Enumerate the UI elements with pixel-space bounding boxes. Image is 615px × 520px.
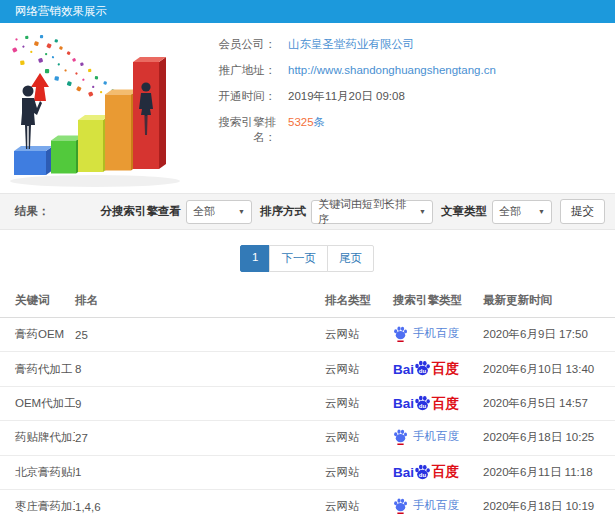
engine-type-cell: Baidu百度	[393, 386, 483, 421]
rank-count-label: 搜索引擎排名：	[196, 115, 276, 145]
rank-cell[interactable]: 27	[75, 421, 325, 455]
engine-type-cell: 手机百度	[393, 421, 483, 455]
rank-type-cell: 云网站	[325, 386, 393, 421]
bar-chart-illustration	[0, 31, 196, 189]
keyword-cell: 膏药OEM	[0, 318, 75, 352]
info-section: 会员公司： 山东皇圣堂药业有限公司 推广地址： http://www.shand…	[0, 23, 615, 193]
engine-label: 手机百度	[413, 498, 459, 513]
page-button-current[interactable]: 1	[240, 245, 270, 272]
mobile-baidu-badge[interactable]: 手机百度	[393, 325, 459, 342]
article-type-select[interactable]: 全部 ▼	[492, 200, 552, 224]
engine-type-cell: Baidu百度	[393, 352, 483, 387]
rank-type-cell: 云网站	[325, 490, 393, 520]
rank-count-number: 5325	[288, 116, 314, 128]
mobile-baidu-badge[interactable]: 手机百度	[393, 497, 459, 514]
updated-cell: 2020年6月11日 11:18	[483, 455, 615, 490]
info-row-rank-count: 搜索引擎排名： 5325条	[196, 115, 615, 141]
table-row: 药贴牌代加工27云网站手机百度2020年6月18日 10:25	[0, 421, 615, 455]
baidu-paw-icon: du	[414, 463, 431, 483]
table-row: 枣庄膏药加工1,4,6云网站手机百度2020年6月18日 10:19	[0, 490, 615, 520]
submit-button[interactable]: 提交	[560, 199, 605, 224]
baidu-paw-icon	[393, 325, 408, 342]
up-arrow-icon	[31, 73, 49, 101]
table-header-row: 关键词 排名 排名类型 搜索引擎类型 最新更新时间	[0, 285, 615, 318]
keyword-cell: OEM代加工	[0, 386, 75, 421]
sort-filter-label: 排序方式	[260, 204, 306, 219]
results-table-body: 膏药OEM25云网站手机百度2020年6月9日 17:50膏药代加工8云网站Ba…	[0, 318, 615, 520]
baidu-logo[interactable]: Baidu百度	[393, 394, 459, 414]
company-label: 会员公司：	[196, 37, 276, 52]
next-page-button[interactable]: 下一页	[269, 245, 328, 272]
baidu-logo[interactable]: Baidu百度	[393, 463, 459, 483]
baidu-paw-icon: du	[414, 359, 431, 379]
rank-cell[interactable]: 1,4,6	[75, 490, 325, 520]
promo-url-label: 推广地址：	[196, 63, 276, 78]
article-type-label: 文章类型	[441, 204, 487, 219]
chevron-down-icon: ▼	[538, 208, 545, 215]
pagination: 1 下一页 尾页	[0, 245, 615, 272]
rank-type-cell: 云网站	[325, 455, 393, 490]
col-rank: 排名	[75, 285, 325, 318]
rank-count-value: 5325条	[288, 115, 325, 130]
svg-text:du: du	[419, 368, 427, 374]
col-rank-type: 排名类型	[325, 285, 393, 318]
table-row: 膏药代加工8云网站Baidu百度2020年6月10日 13:40	[0, 352, 615, 387]
engine-type-cell: 手机百度	[393, 490, 483, 520]
baidu-logo[interactable]: Baidu百度	[393, 359, 459, 379]
svg-text:du: du	[419, 403, 427, 409]
baidu-logo-bai: Bai	[393, 465, 414, 480]
rank-cell[interactable]: 1	[75, 455, 325, 490]
updated-cell: 2020年6月18日 10:19	[483, 490, 615, 520]
col-engine-type: 搜索引擎类型	[393, 285, 483, 318]
baidu-paw-icon	[393, 428, 408, 445]
info-row-url: 推广地址： http://www.shandonghuangshengtang.…	[196, 63, 615, 89]
rank-cell[interactable]: 9	[75, 386, 325, 421]
page-title: 网络营销效果展示	[15, 5, 107, 17]
chevron-down-icon: ▼	[238, 208, 245, 215]
baidu-logo-bai: Bai	[393, 396, 414, 411]
updated-cell: 2020年6月18日 10:25	[483, 421, 615, 455]
keyword-cell: 膏药代加工	[0, 352, 75, 387]
engine-filter-label: 分搜索引擎查看	[101, 204, 182, 219]
chart-bars	[14, 57, 166, 175]
table-row: 北京膏药贴牌1云网站Baidu百度2020年6月11日 11:18	[0, 455, 615, 490]
rank-type-cell: 云网站	[325, 352, 393, 387]
last-page-button[interactable]: 尾页	[327, 245, 374, 272]
mobile-baidu-badge[interactable]: 手机百度	[393, 428, 459, 445]
filter-bar: 结果： 分搜索引擎查看 全部 ▼ 排序方式 关键词由短到长排序 ▼ 文章类型 全…	[0, 193, 615, 230]
col-updated: 最新更新时间	[483, 285, 615, 318]
promo-url-link[interactable]: http://www.shandonghuangshengtang.cn	[288, 64, 496, 76]
result-label: 结果：	[15, 204, 50, 219]
engine-label: 手机百度	[413, 326, 459, 341]
results-table: 关键词 排名 排名类型 搜索引擎类型 最新更新时间 膏药OEM25云网站手机百度…	[0, 285, 615, 520]
baidu-paw-icon: du	[414, 394, 431, 414]
keyword-cell: 药贴牌代加工	[0, 421, 75, 455]
engine-label: 手机百度	[413, 429, 459, 444]
company-info-panel: 会员公司： 山东皇圣堂药业有限公司 推广地址： http://www.shand…	[196, 31, 615, 193]
keyword-cell: 枣庄膏药加工	[0, 490, 75, 520]
engine-select[interactable]: 全部 ▼	[186, 200, 252, 224]
baidu-logo-bai: Bai	[393, 362, 414, 377]
sort-select[interactable]: 关键词由短到长排序 ▼	[311, 200, 433, 224]
baidu-logo-red: 百度	[432, 463, 459, 481]
engine-type-cell: 手机百度	[393, 318, 483, 352]
table-row: 膏药OEM25云网站手机百度2020年6月9日 17:50	[0, 318, 615, 352]
open-time-label: 开通时间：	[196, 89, 276, 104]
chevron-down-icon: ▼	[419, 208, 426, 215]
growth-chart-image	[0, 31, 196, 189]
rank-cell[interactable]: 8	[75, 352, 325, 387]
company-name-link[interactable]: 山东皇圣堂药业有限公司	[288, 37, 415, 52]
rank-cell[interactable]: 25	[75, 318, 325, 352]
sort-select-value: 关键词由短到长排序	[318, 197, 413, 227]
rank-count-suffix: 条	[314, 116, 326, 128]
table-row: OEM代加工9云网站Baidu百度2020年6月5日 14:57	[0, 386, 615, 421]
svg-text:du: du	[419, 472, 427, 478]
page-header: 网络营销效果展示	[0, 0, 615, 23]
engine-select-value: 全部	[193, 204, 215, 219]
open-time-value: 2019年11月20日 09:08	[288, 89, 405, 104]
info-row-company: 会员公司： 山东皇圣堂药业有限公司	[196, 37, 615, 63]
updated-cell: 2020年6月9日 17:50	[483, 318, 615, 352]
info-row-open-time: 开通时间： 2019年11月20日 09:08	[196, 89, 615, 115]
updated-cell: 2020年6月10日 13:40	[483, 352, 615, 387]
col-keyword: 关键词	[0, 285, 75, 318]
